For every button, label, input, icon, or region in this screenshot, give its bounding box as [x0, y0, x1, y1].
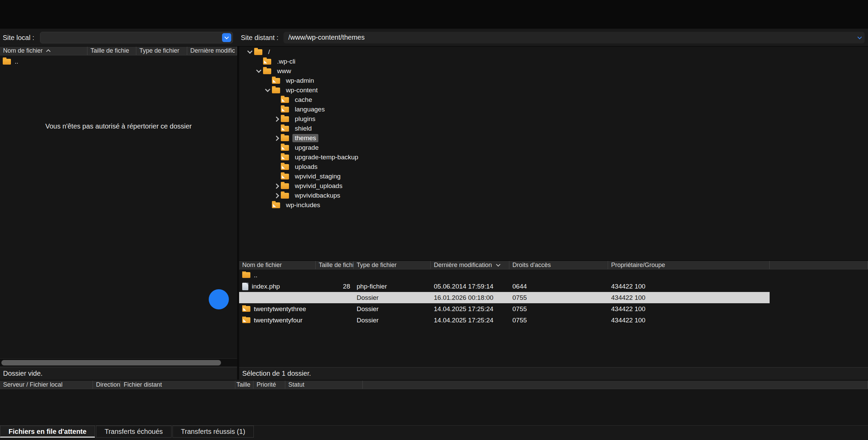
caret-up-icon	[46, 49, 51, 54]
remote-file-list: .. index.php 28 php-fichier 05.06.2014 1…	[239, 269, 868, 367]
file-modified: 14.04.2025 17:25:24	[431, 317, 509, 324]
local-status: Dossier vide.	[0, 367, 237, 379]
column-header-permissions[interactable]: Droits d'accès	[509, 261, 608, 269]
tree-item[interactable]: /	[239, 47, 868, 57]
column-header-type[interactable]: Type de fichier	[136, 46, 187, 55]
file-name: twentytwentythree	[254, 305, 306, 313]
tree-item[interactable]: wpvivid_staging	[239, 172, 868, 181]
tree-item-themes[interactable]: themes	[239, 133, 868, 143]
column-header-name[interactable]: Nom de fichier	[0, 46, 87, 55]
tree-item[interactable]: cache	[239, 95, 868, 105]
scrollbar-thumb[interactable]	[1, 360, 221, 365]
folder-icon	[242, 272, 250, 278]
permission-message: Vous n'êtes pas autorisé à répertorier c…	[0, 122, 237, 130]
column-header-local-file[interactable]: Serveur / Fichier local	[0, 381, 93, 389]
tree-item[interactable]: uploads	[239, 162, 868, 172]
file-owner: 434422 100	[608, 283, 770, 290]
tree-item[interactable]: languages	[239, 105, 868, 114]
transfer-queue-headers: Serveur / Fichier local Direction Fichie…	[0, 380, 868, 389]
tree-item[interactable]: plugins	[239, 114, 868, 124]
file-modified: 16.01.2026 00:18:00	[431, 294, 509, 302]
folder-icon	[281, 107, 289, 112]
folder-icon	[3, 59, 11, 65]
file-row[interactable]: ..	[239, 269, 868, 281]
tree-item[interactable]: .wp-cli	[239, 57, 868, 66]
file-type: Dossier	[354, 317, 431, 324]
column-header-status[interactable]: Statut	[285, 381, 363, 389]
file-owner: 434422 100	[608, 294, 770, 302]
chevron-down-icon[interactable]	[265, 87, 270, 92]
filezilla-window: Site local : Site distant : /www/wp-cont…	[0, 0, 868, 440]
chevron-down-icon[interactable]	[256, 68, 261, 73]
chevron-right-icon[interactable]	[274, 116, 279, 122]
chevron-down-icon	[224, 35, 229, 39]
tree-item[interactable]: wpvividbackups	[239, 191, 868, 200]
file-row[interactable]: twentytwentythree Dossier 14.04.2025 17:…	[239, 303, 868, 315]
folder-icon	[281, 164, 289, 170]
folder-icon	[281, 135, 289, 141]
tree-item[interactable]: wpvivid_uploads	[239, 181, 868, 191]
tree-item[interactable]: upgrade	[239, 143, 868, 152]
local-site-dropdown-button[interactable]	[222, 33, 231, 42]
file-size: 28	[316, 283, 354, 290]
chevron-right-icon[interactable]	[274, 183, 279, 189]
remote-directory-tree: / .wp-cli www wp-admin wp-content	[239, 47, 868, 261]
file-permissions: 0755	[509, 317, 608, 324]
file-modified: 05.06.2014 17:59:14	[431, 283, 509, 290]
column-header-name[interactable]: Nom de fichier	[239, 261, 316, 269]
column-header-type[interactable]: Type de fichier	[354, 261, 431, 269]
local-file-headers: Nom de fichier Taille de fichie Type de …	[0, 46, 237, 55]
column-header-direction[interactable]: Direction	[93, 381, 121, 389]
folder-icon	[263, 68, 271, 74]
tree-item[interactable]: wp-admin	[239, 76, 868, 85]
chevron-down-icon[interactable]	[857, 35, 862, 39]
horizontal-scrollbar[interactable]	[0, 358, 237, 367]
column-header-priority[interactable]: Priorité	[253, 381, 285, 389]
column-header-size[interactable]: Taille de fichi	[316, 261, 354, 269]
up-directory-label: ..	[15, 58, 18, 65]
tree-item[interactable]: shield	[239, 124, 868, 133]
folder-icon	[281, 97, 289, 103]
tab-bar: Fichiers en file d'attente Transferts éc…	[0, 425, 868, 440]
folder-icon	[254, 49, 262, 55]
file-row-selected[interactable]: Dossier 16.01.2026 00:18:00 0755 434422 …	[239, 292, 868, 303]
local-site-combobox[interactable]	[40, 32, 233, 43]
tab-failed-transfers[interactable]: Transferts échoués	[96, 426, 171, 438]
folder-icon	[281, 174, 289, 179]
local-files-panel: Nom de fichier Taille de fichie Type de …	[0, 46, 237, 379]
tree-item[interactable]: wp-includes	[239, 200, 868, 210]
remote-status: Sélection de 1 dossier.	[239, 367, 868, 379]
column-header-size[interactable]: Taille de fichie	[87, 46, 136, 55]
file-name: ..	[254, 271, 258, 279]
column-header-modified[interactable]: Dernière modification	[431, 261, 509, 269]
folder-icon	[281, 155, 289, 160]
column-header-size[interactable]: Taille	[235, 381, 253, 389]
file-row[interactable]: index.php 28 php-fichier 05.06.2014 17:5…	[239, 281, 868, 292]
folder-icon	[242, 306, 250, 312]
folder-icon	[281, 116, 289, 122]
file-row[interactable]: twentytwentyfour Dossier 14.04.2025 17:2…	[239, 315, 868, 326]
tab-successful-transfers[interactable]: Transferts réussis (1)	[173, 426, 254, 438]
folder-icon	[272, 78, 280, 84]
column-header-modified[interactable]: Dernière modific	[187, 46, 237, 55]
chevron-right-icon[interactable]	[274, 135, 279, 141]
folder-icon	[281, 193, 289, 199]
chevron-right-icon[interactable]	[274, 193, 279, 198]
file-permissions: 0755	[509, 305, 608, 313]
up-directory-row[interactable]: ..	[3, 57, 18, 66]
column-header-filler	[363, 381, 868, 389]
file-permissions: 0644	[509, 283, 608, 290]
column-header-remote-file[interactable]: Fichier distant	[121, 381, 235, 389]
file-type: Dossier	[354, 305, 431, 313]
tab-queued-files[interactable]: Fichiers en file d'attente	[0, 426, 95, 438]
remote-site-combobox[interactable]: /www/wp-content/themes	[284, 32, 865, 43]
tree-item[interactable]: www	[239, 66, 868, 76]
chevron-down-icon[interactable]	[247, 49, 252, 54]
transfer-queue-body	[0, 389, 868, 425]
file-modified: 14.04.2025 17:25:24	[431, 305, 509, 313]
tree-item[interactable]: wp-content	[239, 85, 868, 95]
tree-item[interactable]: upgrade-temp-backup	[239, 152, 868, 162]
folder-icon	[263, 59, 271, 65]
column-header-owner[interactable]: Propriétaire/Groupe	[608, 261, 770, 269]
file-permissions: 0755	[509, 294, 608, 302]
